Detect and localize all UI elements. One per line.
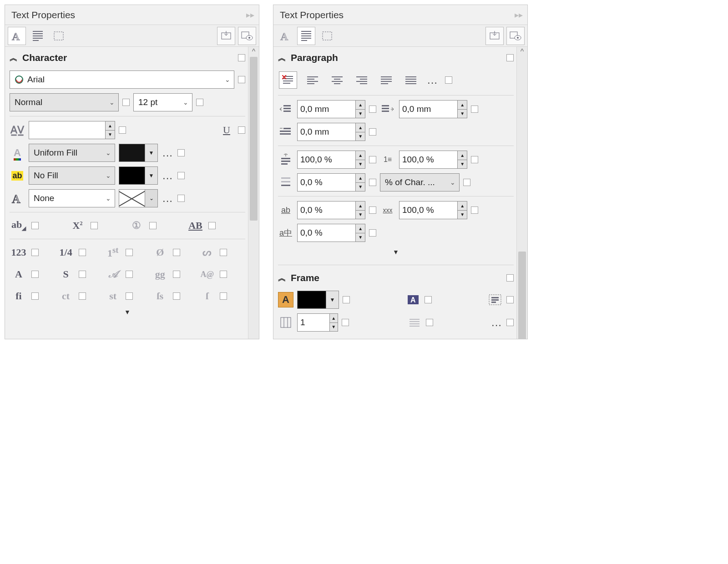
section-header-paragraph[interactable]: ︽ Paragraph [278, 49, 514, 67]
superscript-button[interactable]: X2 [69, 220, 87, 232]
tab-paragraph[interactable] [29, 27, 47, 45]
pin-checkbox[interactable] [31, 292, 39, 300]
pin-checkbox[interactable] [369, 156, 376, 163]
script-alt-button[interactable]: 𝒜 [104, 268, 122, 280]
expand-section-button[interactable]: ▼ [10, 306, 245, 318]
pin-checkbox[interactable] [471, 156, 478, 163]
slashed-zero-button[interactable]: Ø [151, 247, 169, 258]
import-options-button[interactable] [217, 27, 235, 45]
expand-section-button[interactable]: ▼ [278, 246, 514, 258]
pin-checkbox[interactable] [220, 292, 227, 300]
pin-checkbox[interactable] [79, 292, 86, 300]
align-left-button[interactable] [303, 71, 322, 89]
pin-checkbox[interactable] [149, 222, 157, 229]
outline-width-select[interactable]: None ⌄ [29, 189, 115, 207]
lining-figures-button[interactable]: 123 [10, 247, 28, 258]
font-size-select[interactable]: 12 pt ⌄ [133, 93, 192, 111]
pin-checkbox[interactable] [126, 292, 133, 300]
pin-checkbox[interactable] [122, 99, 130, 106]
pin-checkbox[interactable] [471, 106, 478, 113]
pin-checkbox[interactable] [342, 319, 349, 326]
titling-alt-button[interactable]: A@ [198, 270, 216, 279]
swash-button[interactable]: ᔕ [198, 247, 216, 258]
pin-checkbox[interactable] [208, 222, 216, 229]
space-before-spinner[interactable]: ▲▼ [297, 151, 365, 169]
pin-checkbox[interactable] [173, 271, 180, 278]
pin-checkbox[interactable] [463, 179, 470, 186]
more-options-button[interactable]: ... [162, 169, 174, 182]
tab-character[interactable]: A [276, 27, 294, 45]
indent-left-spinner[interactable]: ▲▼ [297, 100, 365, 118]
section-header-character[interactable]: ︽ Character [10, 49, 245, 67]
pin-checkbox[interactable] [506, 296, 514, 303]
scrollbar[interactable]: ^ [248, 47, 259, 339]
frame-border-icon[interactable]: A [405, 292, 421, 307]
more-options-button[interactable]: ... [490, 316, 503, 329]
line-spacing-units-select[interactable]: % of Char. ... ⌄ [380, 173, 460, 191]
stylistic-alt-button[interactable]: A [10, 268, 28, 280]
align-force-justify-button[interactable] [402, 71, 420, 89]
more-options-button[interactable]: ... [162, 146, 174, 159]
scroll-up-icon[interactable]: ^ [248, 48, 259, 56]
align-justify-button[interactable] [377, 71, 395, 89]
fill-color-button[interactable]: ▼ [119, 144, 158, 162]
kerning-spinner[interactable]: ▲▼ [29, 121, 115, 139]
long-s-button[interactable]: ſ [198, 290, 216, 302]
background-fill-select[interactable]: No Fill ⌄ [29, 166, 115, 185]
tab-frame[interactable] [318, 27, 336, 45]
language-spacing-spinner[interactable]: ▲▼ [297, 224, 365, 242]
circled-number-button[interactable]: ① [127, 220, 146, 232]
collapse-icon[interactable]: ▸▸ [515, 10, 523, 20]
all-caps-button[interactable]: AB [187, 220, 205, 232]
pin-checkbox[interactable] [238, 126, 245, 134]
pin-checkbox[interactable] [196, 99, 203, 106]
ligature-ct-button[interactable]: ct [57, 290, 75, 302]
space-after-spinner[interactable]: ▲▼ [399, 151, 467, 169]
ordinals-button[interactable]: 1st [104, 246, 122, 259]
outline-color-button[interactable]: ⌄ [119, 189, 158, 207]
pin-checkbox[interactable] [506, 54, 514, 61]
pin-checkbox[interactable] [31, 222, 39, 229]
import-options-button[interactable] [485, 27, 504, 45]
pin-checkbox[interactable] [238, 54, 245, 61]
pin-checkbox[interactable] [177, 172, 185, 179]
pin-checkbox[interactable] [426, 319, 433, 326]
tab-frame[interactable] [50, 27, 68, 45]
pin-checkbox[interactable] [506, 274, 514, 282]
pin-checkbox[interactable] [471, 206, 478, 214]
underline-button[interactable]: U [219, 122, 234, 138]
pin-checkbox[interactable] [177, 149, 185, 156]
more-align-button[interactable]: ... [426, 74, 439, 86]
pin-checkbox[interactable] [369, 179, 376, 186]
align-none-button[interactable] [279, 71, 297, 89]
pin-checkbox[interactable] [220, 271, 227, 278]
collapse-icon[interactable]: ▸▸ [246, 10, 254, 20]
ligature-st-button[interactable]: st [104, 290, 122, 302]
columns-spinner[interactable]: ▲▼ [297, 313, 338, 332]
interactive-preview-button[interactable] [238, 27, 256, 45]
interactive-preview-button[interactable] [506, 27, 525, 45]
frame-padding-icon[interactable] [487, 292, 503, 307]
subscript-button[interactable]: ab◢ [10, 219, 28, 232]
pin-checkbox[interactable] [79, 249, 86, 256]
pin-checkbox[interactable] [31, 271, 39, 278]
pin-checkbox[interactable] [369, 229, 376, 237]
indent-right-spinner[interactable]: ▲▼ [399, 100, 467, 118]
pin-checkbox[interactable] [91, 222, 98, 229]
pin-checkbox[interactable] [343, 296, 350, 303]
pin-checkbox[interactable] [369, 206, 376, 214]
more-options-button[interactable]: ... [162, 192, 174, 205]
pin-checkbox[interactable] [425, 296, 432, 303]
font-style-select[interactable]: Normal ⌄ [10, 93, 119, 111]
frame-fill-color-button[interactable]: ▼ [297, 291, 339, 309]
scrollbar[interactable]: ^ [516, 47, 527, 339]
pin-checkbox[interactable] [31, 249, 39, 256]
pin-checkbox[interactable] [79, 271, 86, 278]
pin-checkbox[interactable] [126, 249, 133, 256]
pin-checkbox[interactable] [506, 319, 514, 326]
line-spacing-spinner[interactable]: ▲▼ [297, 173, 365, 191]
pin-checkbox[interactable] [126, 271, 133, 278]
char-spacing-spinner[interactable]: ▲▼ [297, 201, 365, 219]
pin-checkbox[interactable] [220, 249, 227, 256]
section-header-frame[interactable]: ︽ Frame [278, 269, 514, 287]
